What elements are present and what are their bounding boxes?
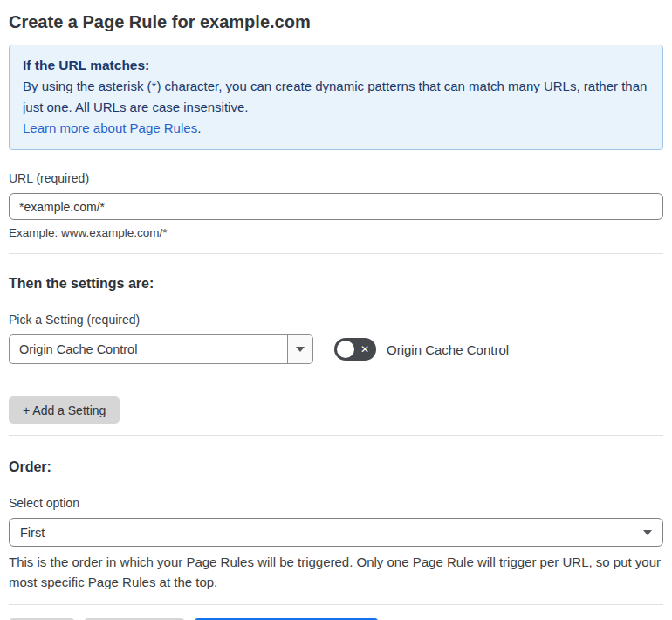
toggle-knob — [337, 341, 354, 358]
link-period: . — [197, 121, 201, 135]
chevron-down-icon — [643, 530, 652, 535]
order-helper-text: This is the order in which your Page Rul… — [9, 552, 663, 592]
pick-setting-label: Pick a Setting (required) — [9, 313, 663, 327]
info-box-heading: If the URL matches: — [23, 55, 649, 76]
order-select[interactable]: First — [9, 518, 663, 547]
setting-dropdown-value: Origin Cache Control — [10, 335, 287, 363]
divider — [9, 435, 663, 436]
divider — [9, 253, 663, 254]
settings-section-heading: Then the settings are: — [9, 275, 663, 292]
toggle-off-x-icon: ✕ — [360, 338, 369, 361]
setting-dropdown-arrow-button[interactable] — [287, 335, 312, 363]
page-rule-form: Create a Page Rule for example.com If th… — [0, 0, 672, 620]
origin-cache-control-toggle[interactable]: ✕ — [334, 338, 376, 361]
add-setting-button[interactable]: + Add a Setting — [9, 396, 120, 424]
url-match-info-box: If the URL matches: By using the asteris… — [9, 45, 663, 150]
learn-more-link[interactable]: Learn more about Page Rules — [23, 121, 197, 135]
toggle-label: Origin Cache Control — [387, 342, 509, 357]
divider — [9, 604, 663, 605]
url-input[interactable] — [9, 193, 663, 220]
chevron-down-icon — [296, 347, 305, 352]
url-example-helper: Example: www.example.com/* — [9, 226, 663, 239]
info-box-body: By using the asterisk (*) character, you… — [23, 76, 649, 118]
setting-dropdown[interactable]: Origin Cache Control — [9, 334, 313, 364]
order-select-label: Select option — [9, 496, 663, 511]
page-title: Create a Page Rule for example.com — [9, 7, 663, 33]
setting-row: Origin Cache Control ✕ Origin Cache Cont… — [9, 334, 663, 364]
url-field-label: URL (required) — [9, 171, 663, 186]
order-section-heading: Order: — [9, 458, 663, 475]
info-box-link-line: Learn more about Page Rules. — [23, 118, 649, 139]
order-select-value: First — [20, 526, 643, 540]
